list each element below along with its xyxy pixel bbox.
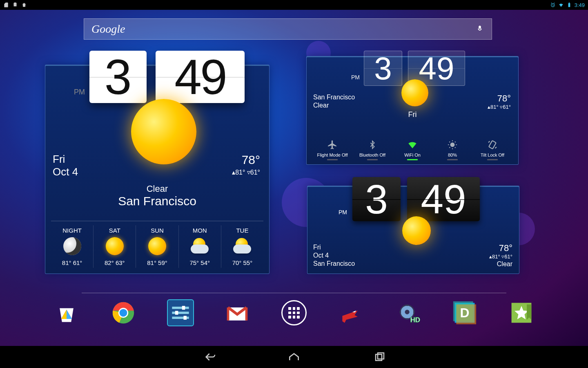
sun-icon bbox=[131, 99, 196, 164]
partly-cloudy-icon bbox=[189, 237, 210, 255]
status-bar: 3:49 bbox=[0, 0, 588, 10]
app-hd-widgets[interactable]: HD bbox=[394, 299, 421, 326]
temp-label: 78° ▴81° ▿61° bbox=[488, 93, 511, 110]
svg-rect-31 bbox=[378, 353, 384, 359]
toggle-flight-mode[interactable]: Flight Mode Off bbox=[312, 139, 352, 160]
svg-rect-16 bbox=[172, 312, 189, 314]
google-logo: Google bbox=[91, 22, 125, 36]
app-dock: HD D bbox=[53, 299, 535, 326]
temp-label: 78° ▴81° ▿61° Clear bbox=[489, 243, 512, 268]
alarm-icon bbox=[550, 2, 556, 8]
back-button[interactable] bbox=[200, 349, 216, 365]
partly-cloudy-icon bbox=[232, 237, 253, 255]
app-play-store[interactable] bbox=[53, 299, 80, 326]
toggle-brightness[interactable]: A80% bbox=[432, 139, 472, 160]
google-search-bar[interactable]: Google bbox=[84, 18, 492, 40]
svg-text:D: D bbox=[460, 305, 469, 320]
svg-rect-15 bbox=[172, 307, 189, 309]
svg-point-14 bbox=[120, 309, 127, 317]
flip-minute-card: 49 bbox=[407, 177, 480, 221]
battery-icon bbox=[566, 2, 572, 8]
svg-rect-2 bbox=[568, 3, 570, 7]
day-label: Fri bbox=[307, 110, 518, 119]
shopping-bag-icon bbox=[21, 2, 27, 8]
svg-rect-30 bbox=[376, 355, 382, 361]
flip-hour-card: PM 3 bbox=[364, 51, 402, 86]
date-city-label: FriOct 4San Francisco bbox=[313, 243, 355, 268]
home-button[interactable] bbox=[286, 349, 302, 365]
svg-rect-20 bbox=[183, 316, 187, 320]
forecast-tue: TUE70° 55° bbox=[221, 225, 263, 268]
weather-toggles-widget[interactable]: PM 3 49 San FranciscoClear 78° ▴81° ▿61°… bbox=[306, 56, 519, 165]
condition-label: Clear San Francisco bbox=[45, 184, 269, 208]
forecast-sun: SUN81° 59° bbox=[136, 225, 178, 268]
date-label: FriOct 4 bbox=[53, 153, 78, 178]
forecast-sat: SAT82° 63° bbox=[94, 225, 136, 268]
voice-search-icon[interactable] bbox=[475, 25, 484, 34]
svg-rect-3 bbox=[569, 2, 570, 3]
sun-icon bbox=[401, 79, 428, 106]
weather-clock-widget-dark[interactable]: PM 3 49 FriOct 4San Francisco 78° ▴81° ▿… bbox=[307, 186, 519, 274]
svg-point-23 bbox=[405, 310, 409, 314]
app-star-green[interactable] bbox=[508, 299, 535, 326]
city-condition: San FranciscoClear bbox=[313, 93, 355, 110]
sun-icon bbox=[148, 237, 166, 255]
app-gmail[interactable] bbox=[224, 299, 251, 326]
toggle-tilt-lock[interactable]: Tilt Lock Off bbox=[472, 139, 512, 160]
temp-label: 78° ▴81° ▿61° bbox=[232, 153, 260, 176]
forecast-mon: MON75° 54° bbox=[179, 225, 221, 268]
forecast-night: NIGHT81° 61° bbox=[51, 225, 94, 268]
app-settings[interactable] bbox=[167, 299, 194, 326]
wifi-icon bbox=[558, 2, 564, 8]
svg-rect-19 bbox=[175, 311, 178, 314]
recent-apps-button[interactable] bbox=[372, 349, 388, 365]
sun-icon bbox=[106, 237, 124, 255]
app-drawer-button[interactable] bbox=[281, 299, 307, 326]
dock-separator bbox=[82, 293, 506, 293]
flip-hour-card: PM 3 bbox=[352, 177, 401, 221]
svg-rect-18 bbox=[182, 306, 185, 310]
sun-icon bbox=[402, 216, 431, 245]
ampm-label: PM bbox=[74, 88, 85, 96]
navigation-bar bbox=[0, 346, 588, 368]
moon-icon bbox=[63, 237, 81, 255]
app-chrome[interactable] bbox=[110, 299, 137, 326]
toggle-wifi[interactable]: WiFi On bbox=[392, 139, 432, 160]
svg-rect-0 bbox=[14, 4, 17, 6]
status-clock: 3:49 bbox=[575, 2, 585, 8]
forecast-row: NIGHT81° 61° SAT82° 63° SUN81° 59° MON75… bbox=[51, 221, 263, 268]
toggle-bluetooth[interactable]: Bluetooth Off bbox=[352, 139, 392, 160]
app-plane-game[interactable] bbox=[337, 299, 364, 326]
app-disqus[interactable]: D bbox=[451, 299, 478, 326]
flip-minute-card: 49 bbox=[156, 51, 245, 103]
svg-text:HD: HD bbox=[410, 316, 420, 324]
android-icon bbox=[12, 2, 18, 8]
sd-card-icon bbox=[3, 2, 9, 8]
weather-clock-widget-large[interactable]: PM 3 49 FriOct 4 78° ▴81° ▿61° Clear San… bbox=[45, 65, 270, 274]
svg-rect-6 bbox=[489, 141, 496, 149]
flip-hour-card: PM 3 bbox=[89, 51, 147, 103]
